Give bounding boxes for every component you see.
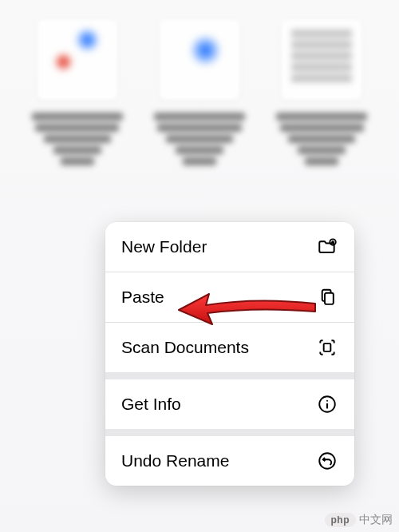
file-thumbnail <box>160 20 239 100</box>
file-label <box>274 109 369 181</box>
watermark-text: 中文网 <box>359 513 393 527</box>
info-icon <box>316 393 338 415</box>
menu-item-label: New Folder <box>121 237 316 256</box>
menu-item-label: Get Info <box>121 395 316 414</box>
svg-rect-2 <box>325 293 334 304</box>
file-thumbnail <box>282 20 361 100</box>
menu-item-label: Paste <box>121 288 316 307</box>
watermark: php 中文网 <box>325 513 393 527</box>
file-thumbnail <box>38 20 117 100</box>
file-item <box>146 20 252 181</box>
undo-icon <box>316 450 338 472</box>
svg-point-6 <box>319 453 335 469</box>
menu-separator <box>105 429 354 436</box>
folder-plus-icon <box>316 236 338 258</box>
menu-item-scan-documents[interactable]: Scan Documents <box>105 322 354 372</box>
file-label <box>30 109 125 181</box>
svg-point-5 <box>326 400 328 402</box>
menu-item-label: Scan Documents <box>121 338 316 357</box>
menu-item-undo-rename[interactable]: Undo Rename <box>105 436 354 486</box>
context-menu: New Folder Paste Scan Documents Get Info… <box>105 222 354 486</box>
watermark-pill: php <box>325 513 357 527</box>
menu-separator <box>105 372 354 379</box>
menu-item-get-info[interactable]: Get Info <box>105 379 354 429</box>
paste-icon <box>316 286 338 308</box>
menu-item-new-folder[interactable]: New Folder <box>105 222 354 272</box>
file-item <box>269 20 375 181</box>
menu-item-paste[interactable]: Paste <box>105 272 354 322</box>
file-label <box>152 109 247 181</box>
file-item <box>24 20 130 181</box>
svg-rect-3 <box>324 343 331 351</box>
menu-item-label: Undo Rename <box>121 451 316 470</box>
file-grid <box>0 0 399 181</box>
scan-icon <box>316 336 338 359</box>
